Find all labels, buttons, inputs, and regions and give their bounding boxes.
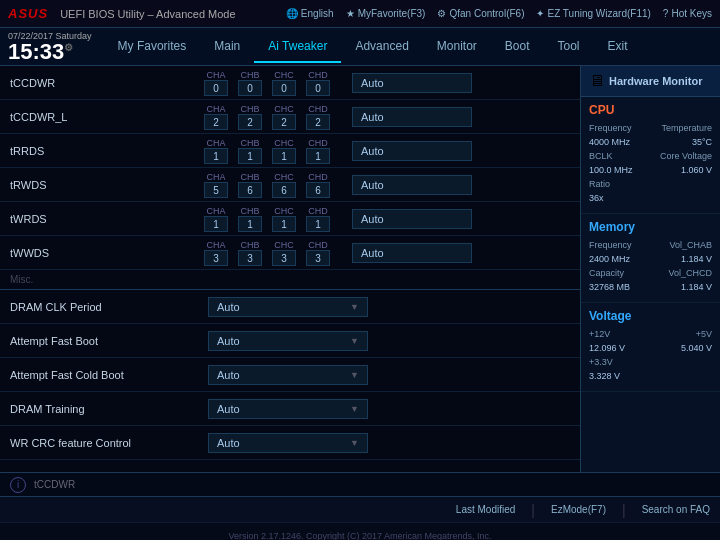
table-row: WR CRC feature Control Auto▼ [0,426,580,460]
setting-name-fast-boot: Attempt Fast Boot [0,324,200,357]
setting-value-tCCDWR: Auto [344,66,580,99]
dram-clk-dropdown[interactable]: Auto▼ [208,297,368,317]
last-modified-button[interactable]: Last Modified [456,504,515,515]
qfan-link[interactable]: ⚙ Qfan Control(F6) [437,8,524,19]
voltage-5v-value: 5.040 V [681,343,712,353]
time-gear-icon[interactable]: ⚙ [64,41,73,52]
memory-vol-chab-value: 1.184 V [681,254,712,264]
tab-tool[interactable]: Tool [544,30,594,63]
memory-vol-chcd-label: Vol_CHCD [668,268,712,278]
setting-value-dram-clk[interactable]: Auto▼ [200,290,580,323]
language-selector[interactable]: 🌐 English [286,8,334,19]
ez-tuning-link[interactable]: ✦ EZ Tuning Wizard(F11) [536,8,650,19]
tab-ai-tweaker[interactable]: Ai Tweaker [254,30,341,63]
bottom-nav: Last Modified | EzMode(F7) | Search on F… [0,496,720,522]
footer: Version 2.17.1246. Copyright (C) 2017 Am… [0,522,720,540]
channel-cha: CHA1 [204,138,228,164]
tab-exit[interactable]: Exit [594,30,642,63]
voltage-33v-label-row: +3.3V [589,357,712,367]
content-area: tCCDWR CHA0 CHB0 CHC0 CHD0 Auto tCCDWR_L… [0,66,720,472]
voltage-12v-value-row: 12.096 V 5.040 V [589,343,712,353]
table-row: tCCDWR_L CHA2 CHB2 CHC2 CHD2 Auto [0,100,580,134]
table-row: DRAM CLK Period Auto▼ [0,290,580,324]
channel-cha: CHA2 [204,104,228,130]
tab-boot[interactable]: Boot [491,30,544,63]
channel-chb: CHB2 [238,104,262,130]
cpu-ratio-value: 36x [589,193,604,203]
ez-mode-button[interactable]: EzMode(F7) [551,504,606,515]
channel-cha: CHA5 [204,172,228,198]
tab-main[interactable]: Main [200,30,254,63]
bios-title: UEFI BIOS Utility – Advanced Mode [60,8,274,20]
cpu-section: CPU Frequency Temperature 4000 MHz 35°C … [581,97,720,214]
top-bar-icons: 🌐 English ★ MyFavorite(F3) ⚙ Qfan Contro… [286,8,712,19]
hw-monitor-title: Hardware Monitor [609,75,703,87]
cpu-ratio-label-row: Ratio [589,179,712,189]
my-favorites-link[interactable]: ★ MyFavorite(F3) [346,8,426,19]
setting-name-tWRDS: tWRDS [0,202,200,235]
voltage-section-title: Voltage [589,309,712,323]
setting-channels-tRWDS: CHA5 CHB6 CHC6 CHD6 [200,168,344,201]
setting-value-fast-boot[interactable]: Auto▼ [200,324,580,357]
table-row: Attempt Fast Boot Auto▼ [0,324,580,358]
channel-chc: CHC6 [272,172,296,198]
setting-name-wr-crc: WR CRC feature Control [0,426,200,459]
tab-advanced[interactable]: Advanced [341,30,422,63]
memory-frequency-label: Frequency [589,240,632,250]
voltage-12v-value: 12.096 V [589,343,625,353]
voltage-section: Voltage +12V +5V 12.096 V 5.040 V +3.3V … [581,303,720,392]
memory-vol-chab-label: Vol_CHAB [669,240,712,250]
chevron-down-icon: ▼ [350,302,359,312]
chevron-down-icon: ▼ [350,404,359,414]
setting-value-dram-training[interactable]: Auto▼ [200,392,580,425]
table-row: tRRDS CHA1 CHB1 CHC1 CHD1 Auto [0,134,580,168]
chevron-down-icon: ▼ [350,438,359,448]
memory-cap-value-row: 32768 MB 1.184 V [589,282,712,292]
setting-name-fast-cold-boot: Attempt Fast Cold Boot [0,358,200,391]
hot-keys-link[interactable]: ? Hot Keys [663,8,712,19]
top-bar: ASUS UEFI BIOS Utility – Advanced Mode 🌐… [0,0,720,28]
cpu-temperature-value: 35°C [692,137,712,147]
memory-capacity-value: 32768 MB [589,282,630,292]
chevron-down-icon: ▼ [350,370,359,380]
info-icon: i [10,477,26,493]
setting-name-tWWDS: tWWDS [0,236,200,269]
channel-chd: CHD6 [306,172,330,198]
memory-freq-value-row: 2400 MHz 1.184 V [589,254,712,264]
main-nav: My Favorites Main Ai Tweaker Advanced Mo… [104,30,712,63]
fast-boot-dropdown[interactable]: Auto▼ [208,331,368,351]
header-row: 07/22/2017 Saturday 15:33⚙ My Favorites … [0,28,720,66]
cpu-core-voltage-value: 1.060 V [681,165,712,175]
chevron-down-icon: ▼ [350,336,359,346]
channel-chb: CHB1 [238,206,262,232]
fast-cold-boot-dropdown[interactable]: Auto▼ [208,365,368,385]
table-row: DRAM Training Auto▼ [0,392,580,426]
voltage-33v-value-row: 3.328 V [589,371,712,381]
setting-name-tRRDS: tRRDS [0,134,200,167]
setting-value-tRWDS: Auto [344,168,580,201]
cpu-bclk-value-row: 100.0 MHz 1.060 V [589,165,712,175]
cpu-frequency-row: Frequency Temperature [589,123,712,133]
memory-vol-chcd-value: 1.184 V [681,282,712,292]
setting-channels-tCCDWR_L: CHA2 CHB2 CHC2 CHD2 [200,100,344,133]
channel-chb: CHB6 [238,172,262,198]
hw-monitor-header: 🖥 Hardware Monitor [581,66,720,97]
datetime: 07/22/2017 Saturday 15:33⚙ [8,31,92,63]
voltage-12v-label: +12V [589,329,610,339]
info-text: tCCDWR [34,479,75,490]
channel-chc: CHC1 [272,206,296,232]
cpu-bclk-value: 100.0 MHz [589,165,633,175]
search-faq-button[interactable]: Search on FAQ [642,504,710,515]
cpu-frequency-value-row: 4000 MHz 35°C [589,137,712,147]
tab-monitor[interactable]: Monitor [423,30,491,63]
setting-value-wr-crc[interactable]: Auto▼ [200,426,580,459]
channel-chc: CHC3 [272,240,296,266]
tab-my-favorites[interactable]: My Favorites [104,30,201,63]
channel-cha: CHA0 [204,70,228,96]
misc-separator: Misc. [0,270,580,290]
wr-crc-dropdown[interactable]: Auto▼ [208,433,368,453]
table-row: Attempt Fast Cold Boot Auto▼ [0,358,580,392]
dram-training-dropdown[interactable]: Auto▼ [208,399,368,419]
setting-value-fast-cold-boot[interactable]: Auto▼ [200,358,580,391]
table-row: tWRDS CHA1 CHB1 CHC1 CHD1 Auto [0,202,580,236]
